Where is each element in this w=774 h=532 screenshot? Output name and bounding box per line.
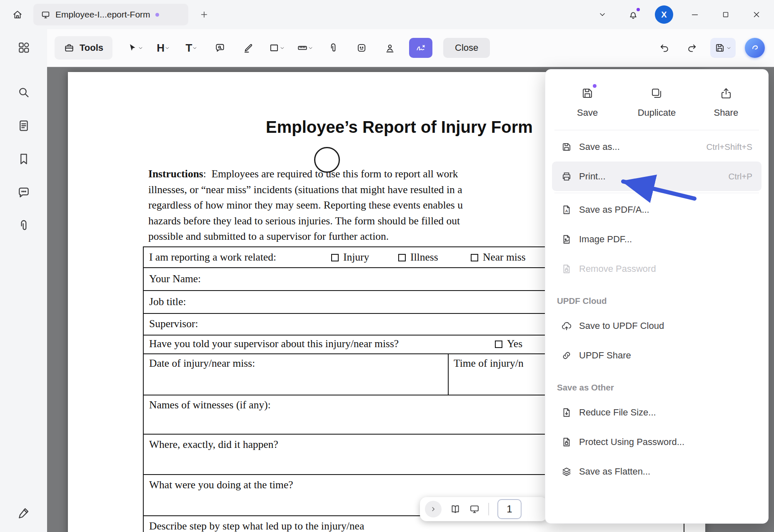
near-miss-option-label: Near miss bbox=[483, 251, 526, 263]
menu-section-updf-cloud: UPDF Cloud bbox=[550, 283, 763, 311]
menu-item-save-as-flatten[interactable]: Save as Flatten... bbox=[552, 457, 762, 486]
save-as-flatten-label: Save as Flatten... bbox=[579, 466, 650, 477]
yes-checkbox[interactable] bbox=[495, 341, 502, 348]
menu-item-save-to-updf-cloud[interactable]: Save to UPDF Cloud bbox=[552, 311, 762, 341]
close-window-button[interactable] bbox=[747, 5, 766, 24]
ai-assistant-button[interactable] bbox=[745, 38, 765, 58]
page-thumbnails-icon[interactable] bbox=[17, 119, 30, 132]
panel-grid-button[interactable] bbox=[17, 41, 30, 54]
menu-divider bbox=[554, 130, 759, 130]
tools-label: Tools bbox=[80, 42, 103, 53]
save-split-button[interactable] bbox=[710, 38, 736, 58]
updf-share-label: UPDF Share bbox=[579, 350, 631, 361]
save-as-shortcut: Ctrl+Shift+S bbox=[706, 142, 752, 152]
menu-item-save-as-pdfa[interactable]: Save as PDF/A... bbox=[552, 195, 762, 224]
select-tool-button[interactable] bbox=[126, 38, 144, 57]
doing-at-time-label: What were you doing at the time? bbox=[149, 479, 293, 491]
menu-quick-actions: Save Duplicate Share bbox=[550, 73, 763, 128]
home-button[interactable] bbox=[8, 5, 27, 24]
chevron-down-icon[interactable] bbox=[726, 45, 732, 51]
notifications-button[interactable] bbox=[624, 5, 642, 24]
flatten-layers-icon bbox=[561, 466, 572, 477]
shape-tool-button[interactable] bbox=[267, 38, 286, 57]
reduce-file-size-label: Reduce File Size... bbox=[579, 407, 656, 418]
account-avatar[interactable]: X bbox=[655, 5, 673, 24]
close-tools-button[interactable]: Close bbox=[443, 38, 490, 58]
undo-button[interactable] bbox=[655, 38, 674, 57]
save-as-label: Save as... bbox=[579, 142, 620, 152]
maximize-button[interactable] bbox=[717, 5, 735, 24]
save-icon bbox=[714, 42, 725, 53]
pen-tool-icon[interactable] bbox=[17, 506, 30, 520]
document-tab[interactable]: Employee-I...eport-Form bbox=[33, 4, 188, 25]
menu-item-image-pdf[interactable]: Image PDF... bbox=[552, 224, 762, 254]
search-icon[interactable] bbox=[17, 86, 30, 99]
remove-password-label: Remove Password bbox=[579, 264, 656, 274]
text-tool-button[interactable]: T bbox=[182, 38, 201, 57]
highlighter-tool-button[interactable] bbox=[239, 38, 257, 57]
protect-using-password-label: Protect Using Password... bbox=[579, 437, 684, 447]
updf-app-window: Employee-I...eport-Form X Tools H bbox=[0, 0, 774, 532]
illness-checkbox[interactable] bbox=[398, 254, 406, 261]
comments-icon[interactable] bbox=[17, 186, 30, 199]
menu-item-reduce-file-size[interactable]: Reduce File Size... bbox=[552, 398, 762, 427]
tab-list-chevron-button[interactable] bbox=[593, 5, 612, 24]
heading-tool-button[interactable]: H bbox=[154, 38, 172, 57]
print-label: Print... bbox=[579, 171, 606, 182]
floating-page-toolbar: 1 bbox=[420, 497, 547, 521]
signature-tool-button-active[interactable] bbox=[409, 38, 432, 58]
comment-tool-button[interactable] bbox=[211, 38, 229, 57]
menu-item-remove-password: Remove Password bbox=[552, 254, 762, 283]
link-icon bbox=[561, 350, 572, 361]
save-as-icon bbox=[561, 142, 572, 152]
bookmarks-icon[interactable] bbox=[17, 152, 30, 166]
save-dropdown-menu: Save Duplicate Share Save as... Ctrl+Shi… bbox=[545, 69, 769, 524]
presentation-mode-icon[interactable] bbox=[469, 504, 480, 515]
page-number-input[interactable]: 1 bbox=[497, 499, 522, 519]
share-action-label: Share bbox=[714, 107, 738, 118]
injury-option-label: Injury bbox=[343, 251, 369, 263]
told-supervisor-label: Have you told your supervisor about this… bbox=[149, 338, 399, 350]
illness-option-label: Illness bbox=[410, 251, 438, 263]
monitor-icon bbox=[41, 10, 50, 20]
new-tab-button[interactable] bbox=[195, 5, 213, 24]
minimize-button[interactable] bbox=[686, 5, 704, 24]
save-action-label: Save bbox=[577, 107, 598, 118]
duplicate-action[interactable]: Duplicate bbox=[622, 85, 691, 118]
date-of-injury-label: Date of injury/near miss: bbox=[149, 357, 255, 370]
unsaved-dot bbox=[593, 84, 597, 88]
share-action[interactable]: Share bbox=[692, 85, 761, 118]
attachment-tool-button[interactable] bbox=[324, 38, 342, 57]
menu-item-print[interactable]: Print... Ctrl+P bbox=[552, 162, 762, 191]
save-action[interactable]: Save bbox=[553, 85, 622, 118]
sticker-tool-button[interactable] bbox=[352, 38, 371, 57]
share-icon bbox=[718, 85, 734, 101]
save-to-updf-cloud-label: Save to UPDF Cloud bbox=[579, 321, 664, 331]
measure-tool-button[interactable] bbox=[296, 38, 314, 57]
redo-button[interactable] bbox=[683, 38, 701, 57]
print-shortcut: Ctrl+P bbox=[728, 172, 752, 181]
notification-dot bbox=[637, 8, 640, 11]
duplicate-action-label: Duplicate bbox=[638, 107, 676, 118]
lock-document-icon bbox=[561, 264, 572, 274]
main-toolbar: Tools H T Close bbox=[47, 29, 774, 67]
pdfa-document-icon bbox=[561, 204, 572, 215]
near-miss-checkbox[interactable] bbox=[471, 254, 478, 261]
your-name-label: Your Name: bbox=[149, 273, 201, 285]
image-pdf-label: Image PDF... bbox=[579, 234, 632, 245]
time-of-injury-label: Time of injury/n bbox=[454, 357, 524, 370]
tools-button[interactable]: Tools bbox=[55, 36, 112, 60]
attachments-icon[interactable] bbox=[17, 219, 30, 232]
menu-section-save-as-other: Save as Other bbox=[550, 370, 763, 398]
yes-option-label: Yes bbox=[507, 338, 522, 350]
save-icon bbox=[579, 85, 595, 101]
pager-divider bbox=[488, 503, 489, 515]
menu-item-save-as[interactable]: Save as... Ctrl+Shift+S bbox=[552, 132, 762, 162]
injury-checkbox[interactable] bbox=[331, 254, 339, 261]
menu-item-updf-share[interactable]: UPDF Share bbox=[552, 341, 762, 370]
menu-item-protect-using-password[interactable]: Protect Using Password... bbox=[552, 427, 762, 457]
reading-mode-icon[interactable] bbox=[450, 504, 461, 515]
menu-divider bbox=[554, 193, 759, 193]
expand-chevron-button[interactable] bbox=[425, 501, 442, 517]
stamp-tool-button[interactable] bbox=[381, 38, 399, 57]
